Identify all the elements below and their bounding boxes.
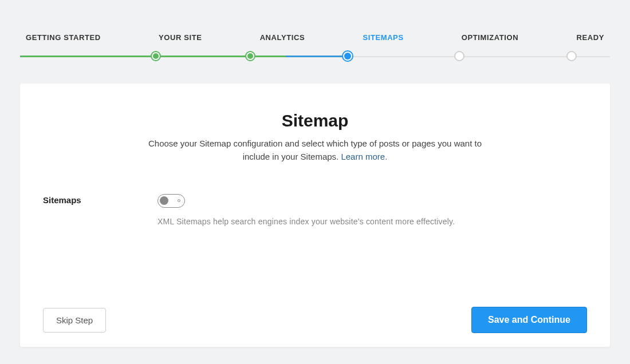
step-dot-analytics — [245, 51, 255, 61]
toggle-ring-icon — [178, 199, 180, 202]
step-optimization[interactable]: OPTIMIZATION — [462, 33, 518, 42]
step-your-site[interactable]: YOUR SITE — [159, 33, 202, 42]
learn-more-link[interactable]: Learn more. — [341, 152, 387, 161]
sitemaps-help-text: XML Sitemaps help search engines index y… — [158, 217, 587, 226]
save-continue-button[interactable]: Save and Continue — [471, 307, 587, 333]
page-description: Choose your Sitemap configuration and se… — [137, 137, 493, 163]
track-active — [286, 56, 345, 57]
step-getting-started[interactable]: GETTING STARTED — [26, 33, 101, 42]
step-dot-ready — [566, 51, 577, 61]
toggle-knob-icon — [160, 196, 168, 205]
sitemaps-toggle[interactable] — [158, 194, 185, 208]
sitemaps-row: Sitemaps XML Sitemaps help search engine… — [43, 194, 587, 226]
step-dot-sitemaps — [342, 50, 353, 62]
page-title: Sitemap — [43, 111, 587, 130]
step-dot-your-site — [151, 51, 161, 61]
stepper-track — [20, 51, 610, 62]
step-ready[interactable]: READY — [576, 33, 604, 42]
card-footer: Skip Step Save and Continue — [43, 295, 587, 333]
skip-step-button[interactable]: Skip Step — [43, 308, 106, 333]
sitemaps-label: Sitemaps — [43, 194, 158, 226]
description-text: Choose your Sitemap configuration and se… — [148, 139, 482, 161]
step-analytics[interactable]: ANALYTICS — [260, 33, 305, 42]
wizard-card: Sitemap Choose your Sitemap configuratio… — [20, 84, 610, 347]
wizard-stepper: GETTING STARTED YOUR SITE ANALYTICS SITE… — [20, 33, 610, 61]
step-dot-optimization — [454, 51, 464, 61]
step-sitemaps[interactable]: SITEMAPS — [363, 33, 403, 42]
